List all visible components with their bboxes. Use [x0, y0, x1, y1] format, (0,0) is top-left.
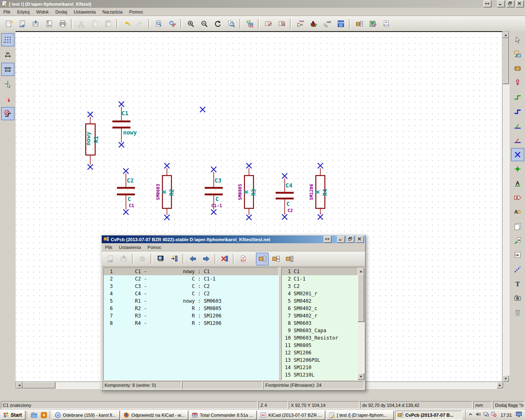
footprint-row-SM1210[interactable]: 14SM1210 [282, 364, 358, 371]
start-button[interactable]: Start [1, 411, 25, 420]
taskbar-button-eeschema-app[interactable]: [ test /] (D:\aper-ftphom... [326, 411, 394, 420]
eeschema-titlebar[interactable]: [ test /] (D:\aper-ftphome\karol_KI\test… [0, 0, 525, 8]
scroll-down-button[interactable]: ▼ [358, 373, 364, 380]
schematic-label[interactable]: R4 [322, 189, 328, 196]
footprint-row-C1-1[interactable]: 2C1-1 [282, 275, 358, 283]
delete-item-button[interactable] [511, 306, 524, 319]
schematic-label[interactable]: C [215, 196, 219, 202]
resize-button[interactable] [484, 0, 491, 7]
cvpcb-maximize-button[interactable] [347, 236, 354, 243]
copy-button[interactable] [88, 17, 101, 30]
taskbar-button-ie-app[interactable]: eOdebrane (159) - karol.fi... [52, 411, 120, 420]
footprint-list[interactable]: 1C12C1-13C24SM0201_r5SM04026SM0402_c7SM0… [282, 268, 358, 380]
place-image-button[interactable] [511, 292, 524, 305]
schematic-label[interactable]: R [314, 190, 321, 194]
cv-auto-associate-button[interactable]: ★ [168, 253, 180, 265]
place-text-button[interactable]: T [511, 277, 524, 290]
component-row-C3[interactable]: 3C3 -C : C2 [104, 283, 278, 290]
bom-button[interactable]: BOM [334, 17, 347, 30]
cvpcb-menu-pomoc[interactable]: Pomoc [144, 244, 165, 251]
schematic-label[interactable]: C2 [288, 208, 293, 213]
cvpcb-titlebar[interactable]: CvPcb (2013-07-07 BZR 4022)-stable D:\ap… [102, 235, 365, 243]
taskbar-button-kicad-app[interactable]: KiKiCad (2013-07-07 BZR ... [258, 411, 325, 420]
redo-button[interactable] [134, 17, 146, 30]
schematic-label[interactable]: R3 [250, 189, 257, 196]
canvas-vertical-scrollbar[interactable]: ▲▼ [502, 31, 509, 382]
schematic-label[interactable]: nowy [123, 129, 137, 136]
footprint-list-scrollbar[interactable]: ▲▼ [358, 268, 364, 380]
place-hierarchical-label-button[interactable]: AD [511, 205, 524, 219]
footprint-row-SM1206[interactable]: 12SM1206 [282, 349, 358, 356]
cv-prev-button[interactable] [186, 253, 199, 265]
schematic-label[interactable]: R [161, 190, 167, 194]
schematic-label[interactable]: C2 [127, 177, 134, 184]
eeschema-menu-edytuj[interactable]: Edytuj [14, 9, 33, 15]
footprint-row-SM0805[interactable]: 11SM0805 [282, 342, 358, 349]
wire-to-bus-entry-button[interactable] [511, 119, 524, 132]
navigate-hierarchy-button[interactable] [511, 48, 524, 61]
library-browser-button[interactable] [275, 17, 288, 30]
place-hierarchical-sheet-button[interactable] [511, 220, 524, 233]
tray-expand[interactable] [467, 411, 474, 419]
back-annotate-button[interactable]: BACK [380, 17, 393, 30]
find-button[interactable] [152, 17, 165, 30]
taskbar-button-firefox-app[interactable]: Odpowiedź na KiCad - w... [121, 411, 188, 420]
cv-filter-library-button[interactable] [283, 253, 296, 265]
cut-button[interactable] [75, 17, 87, 30]
component-row-R1[interactable]: 5R1 -nowy : SM0603 [104, 297, 278, 305]
scroll-thumb[interactable] [502, 38, 509, 84]
cursor-shape-button[interactable] [1, 78, 14, 91]
netlist-button[interactable]: .net [321, 17, 333, 30]
cv-delete-associations-button[interactable] [218, 253, 231, 265]
new-schematic-button[interactable]: ★ [2, 17, 15, 30]
schematic-label[interactable]: C1-1 [211, 203, 222, 208]
place-global-label-button[interactable]: A [511, 191, 524, 204]
no-connect-flag-button[interactable] [511, 148, 524, 161]
part-wizard-button[interactable]: 7402★ [294, 17, 306, 30]
open-schematic-button[interactable] [16, 17, 28, 30]
schematic-label[interactable]: R2 [168, 189, 175, 196]
cvpcb-menu-ustawienia[interactable]: Ustawienia [116, 244, 144, 251]
folder-ql-quicklaunch[interactable] [30, 411, 39, 420]
library-editor-button[interactable] [262, 17, 274, 30]
eeschema-menu-pomoc[interactable]: Pomoc [126, 9, 146, 15]
show-desktop-button[interactable] [515, 411, 523, 420]
cv-next-button[interactable] [200, 253, 212, 265]
schematic-label[interactable]: R1 [93, 136, 99, 143]
zoom-out-button[interactable] [198, 17, 210, 30]
units-inch-button[interactable]: In [1, 48, 14, 61]
pcbnew-button[interactable] [366, 17, 379, 30]
cv-view-footprint-button[interactable] [154, 253, 167, 265]
zoom-redraw-button[interactable] [211, 17, 224, 30]
eeschema-menu-widok[interactable]: Widok [33, 9, 52, 15]
place-bus-button[interactable] [511, 105, 524, 118]
scroll-thumb[interactable] [358, 274, 364, 322]
cv-config-button[interactable] [136, 253, 148, 265]
scroll-right-button[interactable]: ► [497, 382, 503, 388]
cv-filter-pincount-button[interactable]: # [269, 253, 282, 265]
find-replace-button[interactable] [166, 17, 178, 30]
footprint-row-SM0201_r[interactable]: 4SM0201_r [282, 290, 358, 297]
footprint-row-SM0603[interactable]: 8SM0603 [282, 320, 358, 327]
footprint-row-C1[interactable]: 1C1 [282, 268, 358, 275]
grid-toggle-button[interactable] [1, 33, 14, 46]
eeschema-menu-dodaj[interactable]: Dodaj [52, 9, 71, 15]
cvpcb-close-button[interactable] [356, 236, 364, 243]
place-junction-button[interactable] [511, 162, 524, 176]
minimize-button[interactable] [497, 0, 505, 7]
restore-button[interactable] [507, 0, 514, 7]
cv-open-button[interactable] [104, 253, 116, 265]
schematic-label[interactable]: nowy [85, 132, 91, 146]
component-row-R3[interactable]: 7R3 -R : SM1206 [104, 312, 278, 320]
component-list[interactable]: 1C1 -nowy : C12C2 -C : C1-13C3 -C : C24C… [103, 267, 279, 380]
bus-to-bus-entry-button[interactable] [511, 134, 524, 147]
hierarchy-navigator-button[interactable] [243, 17, 256, 30]
undo-button[interactable] [120, 17, 133, 30]
zoom-fit-button[interactable] [225, 17, 237, 30]
units-mm-button[interactable]: mm [1, 63, 14, 76]
save-schematic-button[interactable] [29, 17, 42, 30]
footprint-row-SM1210L[interactable]: 15SM1210L [282, 371, 358, 379]
cvpcb-assign-button[interactable] [353, 17, 365, 30]
tray-volume[interactable] [475, 411, 482, 419]
component-row-C1[interactable]: 1C1 -nowy : C1 [104, 268, 278, 275]
